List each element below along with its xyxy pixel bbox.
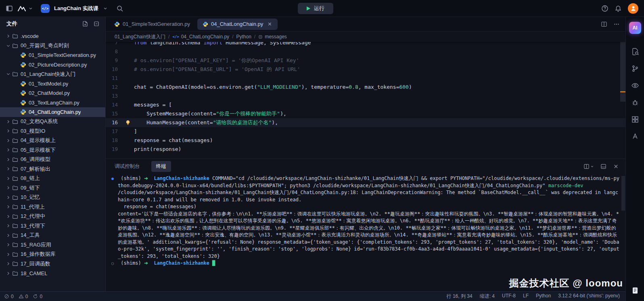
code-line[interactable]: 11 bbox=[106, 74, 625, 83]
editor-scrollbar[interactable] bbox=[620, 42, 625, 102]
errors-indicator[interactable]: 0 bbox=[4, 294, 14, 299]
tree-item-folder[interactable]: 14_工具 bbox=[0, 231, 105, 240]
debug-icon[interactable] bbox=[631, 98, 639, 107]
tree-item-folder[interactable]: 13_代理下 bbox=[0, 221, 105, 231]
gutter-spacer bbox=[125, 56, 134, 65]
tree-item-file[interactable]: 04_ChatLongChain.py bbox=[0, 107, 105, 117]
collapse-explorer-icon[interactable] bbox=[93, 21, 100, 27]
terminal-output[interactable]: ● (shims) ➜ LangChain-shizhanke COMMAND=… bbox=[106, 173, 625, 291]
panel-tab-terminal[interactable]: 终端 bbox=[151, 161, 171, 172]
code-line[interactable]: 13 bbox=[106, 92, 625, 100]
gutter-spacer bbox=[125, 92, 134, 100]
source-control-icon[interactable] bbox=[631, 65, 639, 73]
tree-item-folder[interactable]: 15_RAG应用 bbox=[0, 240, 105, 250]
breadcrumb-item[interactable]: 01_LangChain快速入门 bbox=[115, 33, 165, 40]
panel-tab-debug-console[interactable]: 调试控制台 bbox=[115, 163, 140, 170]
cursor-position[interactable]: 行 16, 列 34 bbox=[447, 293, 473, 300]
warning-icon bbox=[19, 294, 24, 299]
tree-item-folder[interactable]: 05_提示模板下 bbox=[0, 145, 105, 155]
tree-item-file[interactable]: 01_SimpleTextGeneration.py bbox=[0, 50, 105, 60]
preview-icon[interactable] bbox=[631, 82, 639, 90]
split-panel-icon[interactable] bbox=[600, 163, 606, 169]
code-line[interactable]: 19print(response) bbox=[106, 145, 625, 154]
warnings-indicator[interactable]: 0 bbox=[19, 294, 28, 299]
tree-item-file[interactable]: 03_TextLangChain.py bbox=[0, 98, 105, 108]
search-icon[interactable] bbox=[116, 5, 123, 12]
editor-tab[interactable]: 04_ChatLongChain.py bbox=[197, 19, 278, 30]
tree-item-folder[interactable]: 00_开篇词_奇点时刻 bbox=[0, 41, 105, 51]
tree-item-folder[interactable]: 11_代理上 bbox=[0, 202, 105, 212]
code-line[interactable]: 10# os.environ["OPENAI_BASE_URL"] = 'Ope… bbox=[106, 65, 625, 74]
tree-item-label: 13_代理下 bbox=[21, 222, 45, 230]
marscode-logo[interactable] bbox=[17, 5, 33, 12]
file-search-icon[interactable] bbox=[631, 48, 639, 56]
avatar[interactable] bbox=[628, 3, 638, 14]
tree-item-folder[interactable]: 08_链上 bbox=[0, 174, 105, 184]
breadcrumb-item[interactable]: Python bbox=[236, 34, 251, 40]
lightbulb-icon[interactable] bbox=[125, 118, 134, 127]
eol[interactable]: LF bbox=[523, 293, 529, 300]
tree-item-file[interactable]: 01_TextModel.py bbox=[0, 79, 105, 89]
rightbar-bottom-icons bbox=[631, 286, 639, 295]
code-line[interactable]: 8 bbox=[106, 47, 625, 56]
folder-icon bbox=[12, 128, 18, 134]
project-name[interactable]: LangChain 实战课 bbox=[54, 5, 98, 12]
code-line[interactable]: 14messages = [ bbox=[106, 100, 625, 109]
split-editor-icon[interactable] bbox=[601, 21, 607, 27]
extensions-icon[interactable] bbox=[631, 115, 639, 123]
tree-item-folder[interactable]: 09_链下 bbox=[0, 183, 105, 193]
tree-item-file[interactable]: 02_ChatModel.py bbox=[0, 88, 105, 98]
code-line[interactable]: 12chat = ChatOpenAI(model=os.environ.get… bbox=[106, 83, 625, 92]
terminal-scrollbar[interactable] bbox=[621, 176, 625, 211]
code-editor[interactable]: 7from langchain.schema import HumanMessa… bbox=[106, 42, 625, 159]
code-line[interactable]: 15 SystemMessage(content="你是一个很棒的智能助手"), bbox=[106, 109, 625, 118]
project-chevron-down-icon[interactable] bbox=[103, 6, 108, 11]
overview-ruler-marker bbox=[620, 91, 625, 92]
tree-item-folder[interactable]: 04_提示模板上 bbox=[0, 136, 105, 146]
folder-icon bbox=[12, 270, 18, 276]
folder-icon bbox=[12, 194, 18, 201]
indentation[interactable]: 缩进: 4 bbox=[480, 293, 495, 300]
close-panel-icon[interactable] bbox=[613, 163, 619, 169]
tree-item-file[interactable]: 02_PictureDescription.py bbox=[0, 60, 105, 70]
language-mode[interactable]: Python bbox=[536, 293, 551, 300]
tree-item-folder[interactable]: .vscode bbox=[0, 31, 105, 41]
titlebar: </> LangChain 实战课 运行 bbox=[0, 0, 644, 17]
text-format-icon[interactable] bbox=[631, 132, 639, 140]
python-interpreter[interactable]: 3.12.2 64-bit ('shims': pyenv) bbox=[558, 293, 620, 300]
tree-item-folder[interactable]: 06_调用模型 bbox=[0, 155, 105, 165]
tree-item-folder[interactable]: 07_解析输出 bbox=[0, 164, 105, 174]
more-actions-icon[interactable] bbox=[613, 21, 620, 27]
tree-item-folder[interactable]: 16_操作数据库 bbox=[0, 250, 105, 259]
new-file-icon[interactable] bbox=[82, 21, 88, 27]
encoding[interactable]: UTF-8 bbox=[502, 293, 516, 300]
tree-item-folder[interactable]: 17_回调函数 bbox=[0, 259, 105, 269]
ai-assistant-button[interactable]: AI bbox=[629, 22, 641, 34]
new-terminal-dropdown-icon[interactable] bbox=[583, 163, 594, 169]
editor-tab[interactable]: 01_SimpleTextGeneration.py bbox=[109, 17, 195, 31]
tree-item-folder[interactable]: 18_CAMEL bbox=[0, 269, 105, 278]
code-line[interactable]: 16 HumanMessage(content="请给我的桌游店起个名"), bbox=[106, 118, 625, 127]
tree-item-folder[interactable]: 03_模型IO bbox=[0, 126, 105, 136]
breadcrumb-item[interactable]: </>04_ChatLongChain.py bbox=[172, 34, 229, 40]
code-line[interactable]: 7from langchain.schema import HumanMessa… bbox=[106, 42, 625, 47]
folder-icon bbox=[12, 147, 18, 153]
bell-icon[interactable] bbox=[615, 5, 622, 12]
tree-item-folder[interactable]: 01_LangChain快速入门 bbox=[0, 69, 105, 79]
breadcrumb-item[interactable]: messages bbox=[258, 34, 287, 40]
tree-item-folder[interactable]: 10_记忆 bbox=[0, 193, 105, 203]
code-line[interactable]: 17] bbox=[106, 127, 625, 136]
syncs-indicator[interactable]: 0 bbox=[33, 294, 42, 299]
notebook-icon[interactable] bbox=[631, 286, 639, 295]
run-button[interactable]: 运行 bbox=[298, 3, 333, 14]
tree-item-folder[interactable]: 02_文档QA系统 bbox=[0, 117, 105, 127]
breadcrumb-separator: / bbox=[254, 34, 255, 40]
python-file-icon bbox=[114, 21, 120, 27]
toggle-sidebar-icon[interactable] bbox=[6, 5, 13, 12]
line-number: 15 bbox=[106, 109, 125, 118]
tree-item-folder[interactable]: 12_代理中 bbox=[0, 212, 105, 222]
code-line[interactable]: 9# os.environ["OPENAI_API_KEY"] = '你的Ope… bbox=[106, 56, 625, 65]
help-icon[interactable] bbox=[601, 5, 608, 12]
code-line[interactable]: 18response = chat(messages) bbox=[106, 136, 625, 145]
close-tab-icon[interactable] bbox=[267, 21, 272, 27]
